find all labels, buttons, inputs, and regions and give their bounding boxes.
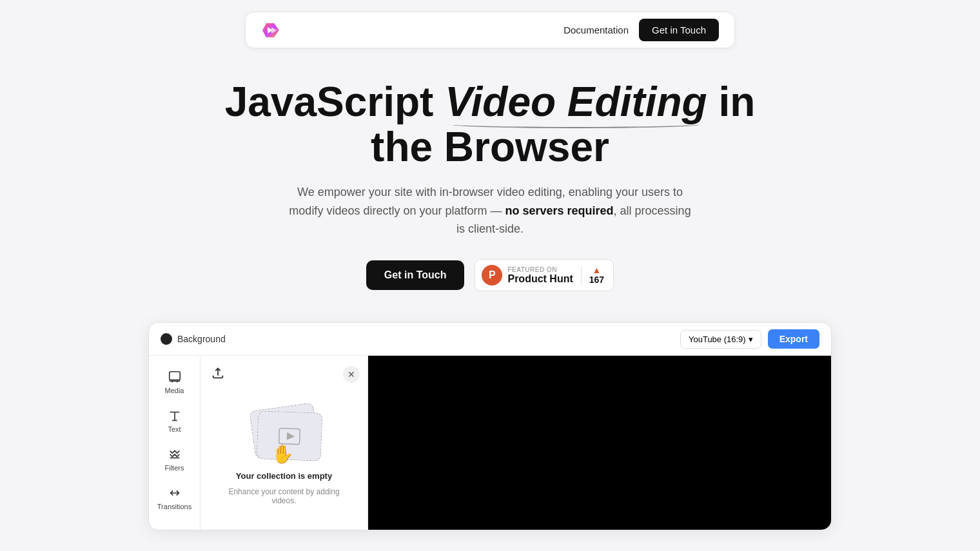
navbar: Documentation Get in Touch bbox=[245, 12, 735, 48]
hero-subtitle: We empower your site with in-browser vid… bbox=[284, 183, 696, 238]
ph-upvote-icon: ▲ bbox=[593, 266, 602, 275]
product-hunt-logo: P bbox=[482, 265, 502, 285]
get-in-touch-button[interactable]: Get in Touch bbox=[639, 19, 719, 41]
upload-button[interactable] bbox=[208, 363, 228, 385]
mockup-topbar-right: YouTube (16:9) ▾ Export bbox=[680, 329, 819, 349]
product-hunt-text: FEATURED ON Product Hunt bbox=[507, 266, 573, 285]
hero-section: JavaScript Video Editing in the Browser … bbox=[0, 60, 980, 322]
svg-rect-1 bbox=[169, 372, 180, 380]
sidebar-item-filters[interactable]: Filters bbox=[153, 442, 197, 477]
bg-label: Background bbox=[161, 333, 226, 345]
ph-featured-label: FEATURED ON bbox=[507, 266, 556, 273]
bg-label-text: Background bbox=[177, 334, 226, 344]
media-icon bbox=[168, 370, 182, 384]
product-hunt-badge[interactable]: P FEATURED ON Product Hunt ▲ 167 bbox=[475, 259, 614, 291]
transitions-icon bbox=[168, 486, 182, 500]
hero-title-italic: Video Editing bbox=[445, 79, 707, 124]
ph-count: 167 bbox=[589, 275, 604, 285]
logo-icon bbox=[261, 19, 283, 41]
export-button[interactable]: Export bbox=[768, 329, 819, 349]
sidebar-item-media[interactable]: Media bbox=[153, 365, 197, 400]
media-label: Media bbox=[165, 387, 184, 394]
upload-icon bbox=[211, 366, 225, 380]
format-label: YouTube (16:9) bbox=[689, 334, 746, 344]
sidebar-item-transitions[interactable]: Transitions bbox=[153, 481, 197, 516]
media-card-film-icon bbox=[277, 427, 301, 445]
sidebar-item-text[interactable]: Text bbox=[153, 403, 197, 438]
filters-icon bbox=[168, 447, 182, 461]
mockup-topbar: Background YouTube (16:9) ▾ Export bbox=[149, 323, 831, 356]
bg-color-dot bbox=[161, 333, 172, 345]
media-panel: ✕ bbox=[201, 356, 368, 530]
media-empty-title: Your collection is empty bbox=[236, 471, 332, 481]
close-button[interactable]: ✕ bbox=[343, 366, 360, 383]
media-empty-icon: ✋ bbox=[246, 407, 323, 465]
nav-links: Documentation Get in Touch bbox=[564, 19, 719, 41]
text-icon bbox=[168, 409, 182, 423]
text-label: Text bbox=[168, 425, 181, 433]
documentation-link[interactable]: Documentation bbox=[564, 24, 629, 35]
media-empty-state: ✋ Your collection is empty Enhance your … bbox=[208, 391, 360, 520]
hero-title-part1: JavaScript bbox=[225, 79, 446, 125]
logo bbox=[261, 19, 283, 41]
filters-label: Filters bbox=[165, 464, 184, 472]
ph-name: Product Hunt bbox=[507, 273, 573, 285]
media-panel-top: ✕ bbox=[208, 363, 360, 385]
app-mockup: Background YouTube (16:9) ▾ Export Media bbox=[148, 322, 832, 530]
transitions-label: Transitions bbox=[157, 503, 191, 510]
format-select[interactable]: YouTube (16:9) ▾ bbox=[680, 330, 761, 349]
close-icon: ✕ bbox=[348, 369, 355, 380]
hero-title-line2: the Browser bbox=[371, 124, 609, 170]
hero-cta: Get in Touch P FEATURED ON Product Hunt … bbox=[13, 259, 967, 291]
sidebar: Media Text Filters Transi bbox=[149, 356, 201, 530]
hero-title: JavaScript Video Editing in the Browser bbox=[13, 79, 967, 170]
mockup-body: Media Text Filters Transi bbox=[149, 356, 831, 530]
chevron-down-icon: ▾ bbox=[749, 334, 753, 344]
hand-grab-icon: ✋ bbox=[271, 443, 294, 465]
hero-cta-button[interactable]: Get in Touch bbox=[366, 260, 465, 290]
ph-votes: ▲ 167 bbox=[581, 266, 604, 285]
media-empty-sub: Enhance your content by adding videos. bbox=[226, 487, 342, 505]
video-preview bbox=[368, 356, 831, 530]
hero-title-part2: in bbox=[707, 79, 756, 125]
